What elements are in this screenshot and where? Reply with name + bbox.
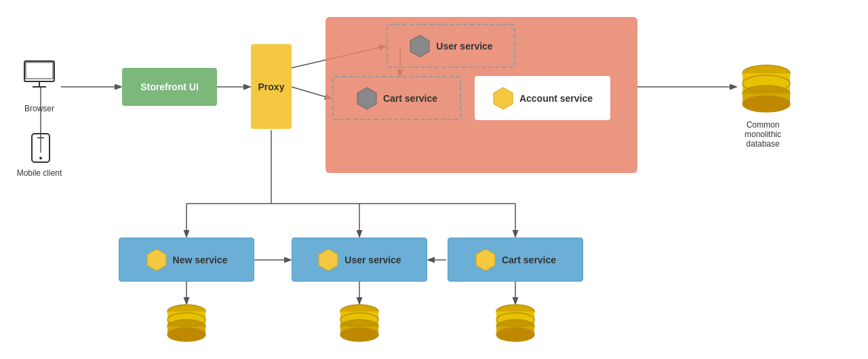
cart-service-top-hex-icon — [356, 86, 378, 111]
account-service-label: Account service — [519, 93, 593, 104]
user-service-top-label: User service — [436, 41, 492, 52]
cart-service-db-icon — [494, 303, 537, 346]
user-service-bottom-box: User service — [292, 238, 427, 282]
common-db-label: Common monolithic database — [729, 120, 797, 149]
cart-service-top-box: Cart service — [332, 76, 461, 120]
svg-point-46 — [340, 328, 378, 341]
svg-marker-24 — [410, 35, 429, 57]
svg-marker-34 — [319, 249, 338, 271]
cart-service-bottom-label: Cart service — [502, 254, 556, 265]
common-db-icon: Common monolithic database — [736, 61, 797, 149]
svg-rect-18 — [26, 62, 53, 79]
svg-point-40 — [167, 328, 205, 341]
account-service-hex-icon — [492, 86, 514, 111]
svg-marker-26 — [494, 88, 513, 109]
proxy-label: Proxy — [258, 81, 285, 92]
storefront-label: Storefront UI — [140, 81, 199, 92]
user-service-top-box: User service — [387, 24, 515, 68]
user-service-bottom-label: User service — [344, 254, 401, 265]
browser-icon — [19, 60, 60, 90]
browser-label: Browser — [14, 104, 65, 113]
svg-marker-33 — [147, 249, 166, 271]
new-service-box: New service — [119, 238, 254, 282]
mobile-label: Mobile client — [14, 168, 65, 178]
cart-service-bottom-hex-icon — [475, 248, 496, 272]
storefront-ui-box: Storefront UI — [122, 68, 217, 106]
svg-marker-35 — [476, 249, 495, 271]
cart-service-bottom-box: Cart service — [448, 238, 583, 282]
new-service-db-icon — [165, 303, 208, 346]
proxy-box: Proxy — [251, 44, 292, 129]
cart-service-top-label: Cart service — [383, 93, 437, 104]
new-service-hex-icon — [146, 248, 167, 272]
user-service-bottom-hex-icon — [317, 248, 339, 272]
user-service-db-icon — [338, 303, 381, 346]
svg-point-31 — [743, 96, 790, 112]
new-service-label: New service — [173, 254, 228, 265]
svg-point-52 — [496, 328, 534, 341]
diagram: Browser Mobile client Storefront UI Prox… — [0, 0, 868, 359]
user-service-top-hex-icon — [409, 34, 431, 58]
mobile-icon — [27, 132, 54, 166]
account-service-box: Account service — [475, 76, 610, 120]
svg-point-22 — [39, 157, 42, 159]
svg-marker-25 — [357, 88, 376, 109]
